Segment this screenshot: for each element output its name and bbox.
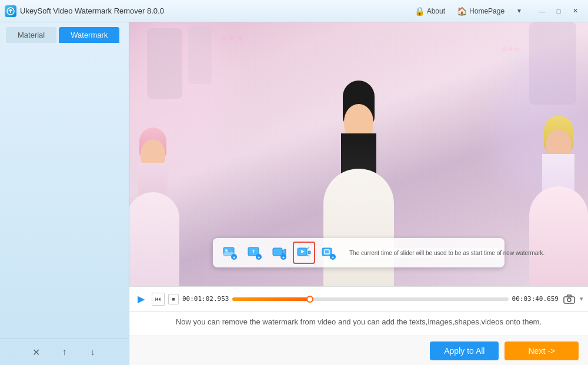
left-dress bbox=[129, 192, 179, 286]
current-time-display: 00:01:02.953 bbox=[182, 295, 229, 303]
toolbar-overlay: + T + bbox=[213, 238, 505, 267]
progress-bar[interactable] bbox=[232, 297, 508, 301]
svg-text:+: + bbox=[233, 255, 236, 260]
sidebar-tabs: Material Watermark bbox=[0, 22, 129, 43]
svg-text:+: + bbox=[282, 255, 285, 260]
add-video-button[interactable]: + bbox=[268, 242, 290, 264]
maximize-button[interactable]: □ bbox=[550, 5, 567, 18]
lock-icon: 🔒 bbox=[415, 6, 425, 16]
app-title: UkeySoft Video Watermark Remover 8.0.0 bbox=[20, 6, 164, 15]
info-text: Now you can remove the watermark from vi… bbox=[176, 317, 542, 326]
video-preview: ✿ ✾ ❀ ✿ ❀ ✿ bbox=[129, 22, 588, 286]
about-label: About bbox=[427, 7, 445, 15]
svg-text:+: + bbox=[332, 255, 335, 260]
svg-line-13 bbox=[307, 247, 309, 249]
prev-frame-button[interactable]: ⏮ bbox=[152, 293, 165, 306]
stop-button[interactable]: ■ bbox=[168, 294, 179, 304]
video-scene: ✿ ✾ ❀ ✿ ❀ ✿ bbox=[129, 22, 588, 286]
svg-text:+: + bbox=[258, 255, 260, 260]
play-button[interactable]: ▶ bbox=[134, 292, 148, 306]
window-controls: — □ ✕ bbox=[534, 5, 583, 18]
about-nav-item[interactable]: 🔒 About bbox=[410, 4, 450, 18]
svg-line-14 bbox=[307, 255, 309, 256]
close-button[interactable]: ✕ bbox=[567, 5, 583, 18]
home-icon: 🏠 bbox=[457, 6, 467, 16]
move-down-button[interactable]: ↓ bbox=[85, 344, 101, 360]
screenshot-button[interactable] bbox=[562, 292, 576, 306]
sidebar: Material Watermark ✕ ↑ ↓ bbox=[0, 22, 129, 365]
svg-rect-9 bbox=[273, 248, 282, 256]
svg-rect-15 bbox=[308, 251, 310, 254]
progress-filled bbox=[232, 297, 309, 301]
chevron-down-icon: ▼ bbox=[516, 8, 522, 14]
bottom-bar: Apply to All Next -> bbox=[129, 336, 588, 365]
apply-to-all-button[interactable]: Apply to All bbox=[430, 341, 499, 360]
svg-text:T: T bbox=[252, 249, 255, 255]
end-time-display: 00:03:40.659 bbox=[512, 295, 559, 303]
tab-watermark[interactable]: Watermark bbox=[59, 27, 119, 43]
minimize-button[interactable]: — bbox=[534, 5, 550, 18]
arrow-down-icon: ↓ bbox=[91, 347, 95, 357]
next-button[interactable]: Next -> bbox=[505, 341, 579, 360]
info-bar: Now you can remove the watermark from vi… bbox=[129, 311, 588, 336]
toolbar-tooltip: The current time of slider will be used … bbox=[346, 248, 499, 258]
arrow-up-icon: ↑ bbox=[62, 347, 67, 357]
tab-material[interactable]: Material bbox=[6, 27, 56, 43]
title-right: 🔒 About 🏠 HomePage ▼ — □ ✕ bbox=[410, 4, 583, 18]
add-text-button[interactable]: T + bbox=[243, 242, 266, 264]
delete-icon: ✕ bbox=[32, 347, 40, 358]
delete-item-button[interactable]: ✕ bbox=[28, 344, 45, 360]
title-left: UkeySoft Video Watermark Remover 8.0.0 bbox=[5, 5, 164, 17]
main-container: Material Watermark ✕ ↑ ↓ bbox=[0, 22, 588, 365]
sidebar-actions: ✕ ↑ ↓ bbox=[0, 339, 129, 365]
progress-thumb[interactable] bbox=[306, 296, 313, 303]
right-dress bbox=[529, 186, 588, 286]
add-image-button[interactable]: + bbox=[219, 242, 241, 264]
title-bar: UkeySoft Video Watermark Remover 8.0.0 🔒… bbox=[0, 0, 588, 22]
app-icon bbox=[5, 5, 16, 17]
add-shape-button[interactable]: + bbox=[318, 242, 340, 264]
homepage-label: HomePage bbox=[469, 7, 505, 15]
set-start-time-button[interactable] bbox=[293, 242, 315, 264]
dropdown-nav-item[interactable]: ▼ bbox=[512, 5, 527, 16]
homepage-nav-item[interactable]: 🏠 HomePage bbox=[452, 4, 509, 18]
camera-options[interactable]: ▾ bbox=[580, 295, 583, 303]
sidebar-list bbox=[0, 43, 129, 339]
center-dress bbox=[323, 169, 394, 286]
player-controls: ▶ ⏮ ■ 00:01:02.953 00:03:40.659 ▾ bbox=[129, 286, 588, 311]
svg-point-21 bbox=[567, 298, 571, 302]
content-area: ✿ ✾ ❀ ✿ ❀ ✿ bbox=[129, 22, 588, 365]
svg-rect-16 bbox=[322, 248, 332, 256]
move-up-button[interactable]: ↑ bbox=[56, 344, 73, 360]
